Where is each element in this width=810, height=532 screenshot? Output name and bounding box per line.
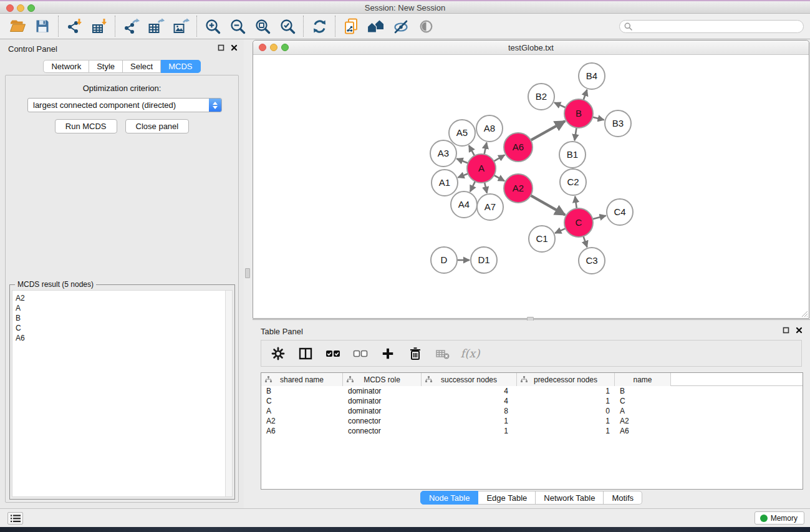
home-button[interactable]	[364, 15, 388, 37]
result-item[interactable]: C	[12, 323, 232, 333]
column-header-mcds-role[interactable]: MCDS role	[343, 373, 422, 386]
mcds-result-listbox[interactable]: A2ABCA6	[12, 290, 233, 497]
column-header-successor-nodes[interactable]: successor nodes	[422, 373, 517, 386]
edge-A2-C[interactable]	[530, 195, 565, 215]
run-mcds-button[interactable]: Run MCDS	[55, 119, 117, 133]
tab-network-table[interactable]: Network Table	[536, 491, 604, 505]
network-canvas[interactable]: B4B2BB3A5A8A6A3B1AA1C2A2A4A7CC4C1C3DD1	[253, 55, 809, 318]
zoom-selected-button[interactable]	[275, 15, 300, 37]
table-row[interactable]: A6connector11A6	[261, 426, 803, 436]
column-header-predecessor-nodes[interactable]: predecessor nodes	[517, 373, 615, 386]
node-C4[interactable]: C4	[607, 199, 633, 225]
vertical-split-handle[interactable]	[245, 268, 250, 278]
tab-motifs[interactable]: Motifs	[604, 491, 642, 505]
edge-A-A1[interactable]	[458, 173, 468, 178]
result-item[interactable]: B	[12, 313, 232, 323]
node-C2[interactable]: C2	[560, 169, 586, 195]
node-B3[interactable]: B3	[605, 110, 631, 137]
node-B[interactable]: B	[564, 99, 593, 128]
close-panel-icon[interactable]	[231, 44, 238, 51]
optimization-criterion-select[interactable]: largest connected component (directed)	[27, 98, 222, 112]
tab-edge-table[interactable]: Edge Table	[478, 491, 536, 505]
edge-A-A7[interactable]	[485, 181, 487, 193]
zoom-fit-button[interactable]	[250, 15, 275, 37]
open-session-button[interactable]	[5, 15, 30, 37]
tab-node-table[interactable]: Node Table	[420, 491, 479, 505]
float-panel-icon[interactable]	[218, 44, 224, 51]
table-row[interactable]: Cdominator41C	[261, 396, 803, 406]
node-C[interactable]: C	[564, 208, 593, 237]
save-session-button[interactable]	[30, 15, 55, 37]
node-A8[interactable]: A8	[476, 115, 503, 142]
table-settings-button[interactable]	[269, 344, 287, 363]
node-B1[interactable]: B1	[559, 142, 586, 168]
table-row[interactable]: Bdominator41B	[261, 386, 803, 396]
delete-column-button[interactable]	[406, 344, 425, 363]
table-row[interactable]: A2connector11A2	[261, 416, 803, 426]
tab-select[interactable]: Select	[123, 60, 161, 73]
node-A2[interactable]: A2	[504, 174, 533, 203]
edge-A-A2[interactable]	[493, 175, 504, 181]
node-table[interactable]: shared nameMCDS rolesuccessor nodesprede…	[261, 372, 803, 490]
edge-C-C3[interactable]	[583, 236, 587, 247]
edge-B-B4[interactable]	[583, 90, 587, 101]
node-A4[interactable]: A4	[451, 191, 477, 218]
edge-B-B3[interactable]	[592, 117, 604, 120]
export-table-button[interactable]	[143, 15, 168, 37]
clone-network-button[interactable]	[339, 15, 364, 37]
result-item[interactable]: A2	[12, 293, 232, 303]
close-panel-icon[interactable]	[796, 327, 803, 334]
node-D1[interactable]: D1	[471, 247, 497, 273]
node-D[interactable]: D	[431, 247, 457, 273]
tab-network[interactable]: Network	[43, 60, 89, 73]
resize-grip-icon[interactable]	[800, 309, 808, 317]
node-B2[interactable]: B2	[528, 84, 554, 110]
search-field[interactable]	[619, 20, 804, 33]
edge-C-C2[interactable]	[575, 196, 577, 209]
edge-C-C4[interactable]	[592, 216, 605, 220]
export-image-button[interactable]	[168, 15, 193, 37]
select-all-columns-button[interactable]	[324, 344, 342, 363]
edge-A-A6[interactable]	[493, 155, 504, 162]
zoom-out-button[interactable]	[225, 15, 250, 37]
tab-mcds[interactable]: MCDS	[161, 60, 200, 73]
close-panel-button[interactable]: Close panel	[125, 119, 190, 133]
node-C1[interactable]: C1	[529, 226, 555, 252]
node-A6[interactable]: A6	[504, 133, 533, 162]
edge-A-A8[interactable]	[484, 143, 486, 155]
result-scrollbar[interactable]	[225, 291, 232, 496]
edge-A-A3[interactable]	[456, 158, 468, 163]
column-header-name[interactable]: name	[615, 373, 671, 386]
refresh-layout-button[interactable]	[307, 15, 332, 37]
zoom-in-button[interactable]	[200, 15, 225, 37]
edge-B-B2[interactable]	[554, 102, 566, 108]
table-row[interactable]: Adominator80A	[261, 406, 803, 416]
memory-button[interactable]: Memory	[755, 511, 804, 525]
edge-A6-B[interactable]	[530, 121, 565, 140]
hide-graphics-details-button[interactable]	[388, 15, 413, 37]
node-A3[interactable]: A3	[430, 140, 456, 167]
delete-table-button[interactable]	[433, 344, 452, 363]
node-A7[interactable]: A7	[477, 194, 503, 220]
import-table-button[interactable]	[87, 15, 112, 37]
node-A[interactable]: A	[467, 154, 496, 183]
node-A1[interactable]: A1	[432, 170, 458, 196]
deselect-all-columns-button[interactable]	[351, 344, 370, 363]
show-graphics-details-button[interactable]	[413, 15, 438, 37]
tab-style[interactable]: Style	[89, 60, 123, 73]
show-column-panel-button[interactable]	[296, 344, 315, 363]
function-builder-button[interactable]: f(x)	[461, 344, 480, 363]
edge-A-A5[interactable]	[469, 145, 475, 156]
export-network-button[interactable]	[118, 15, 143, 37]
edge-B-B1[interactable]	[574, 127, 576, 141]
node-C3[interactable]: C3	[579, 248, 605, 274]
edge-A-A4[interactable]	[470, 181, 475, 191]
node-B4[interactable]: B4	[579, 63, 605, 89]
column-header-shared-name[interactable]: shared name	[261, 373, 343, 386]
search-input[interactable]	[635, 22, 803, 31]
result-item[interactable]: A	[12, 303, 232, 313]
import-network-button[interactable]	[62, 15, 87, 37]
result-item[interactable]: A6	[12, 333, 232, 343]
task-history-button[interactable]	[7, 512, 23, 525]
float-panel-icon[interactable]	[783, 327, 789, 334]
